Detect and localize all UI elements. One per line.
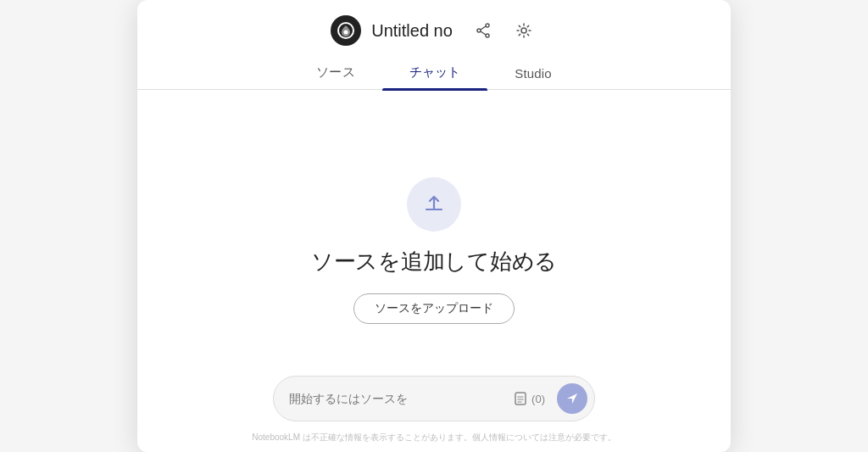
header: Untitled no [137, 0, 731, 46]
doc-count-button[interactable]: (0) [508, 388, 550, 410]
input-bar: (0) [273, 376, 595, 421]
svg-point-1 [344, 31, 348, 35]
settings-button[interactable] [510, 17, 537, 44]
main-title: ソースを追加して始める [311, 247, 557, 276]
svg-line-6 [481, 31, 486, 35]
header-actions [470, 17, 537, 44]
chat-input[interactable] [289, 392, 501, 405]
upload-source-button[interactable]: ソースをアップロード [353, 293, 515, 324]
app-logo [331, 15, 361, 46]
disclaimer-text: NotebookLM は不正確な情報を表示することがあります。個人情報については… [252, 432, 615, 444]
upload-icon [422, 193, 446, 216]
svg-point-2 [486, 24, 489, 27]
send-button[interactable] [557, 383, 587, 414]
app-window: Untitled no ソース [137, 0, 731, 452]
tab-chat[interactable]: チャット [382, 56, 488, 89]
tab-source[interactable]: ソース [289, 56, 381, 89]
input-bar-container: (0) [273, 376, 595, 421]
svg-point-7 [521, 28, 526, 33]
svg-line-5 [481, 26, 486, 30]
svg-point-4 [477, 29, 481, 32]
share-button[interactable] [470, 17, 497, 44]
doc-count-label: (0) [531, 393, 545, 405]
page-title: Untitled no [371, 21, 453, 41]
document-icon [513, 391, 528, 406]
send-icon [565, 391, 580, 406]
upload-icon-circle [407, 177, 461, 232]
tab-studio[interactable]: Studio [487, 58, 578, 89]
tab-bar: ソース チャット Studio [137, 56, 731, 90]
svg-rect-8 [515, 393, 526, 405]
svg-point-3 [486, 34, 489, 37]
